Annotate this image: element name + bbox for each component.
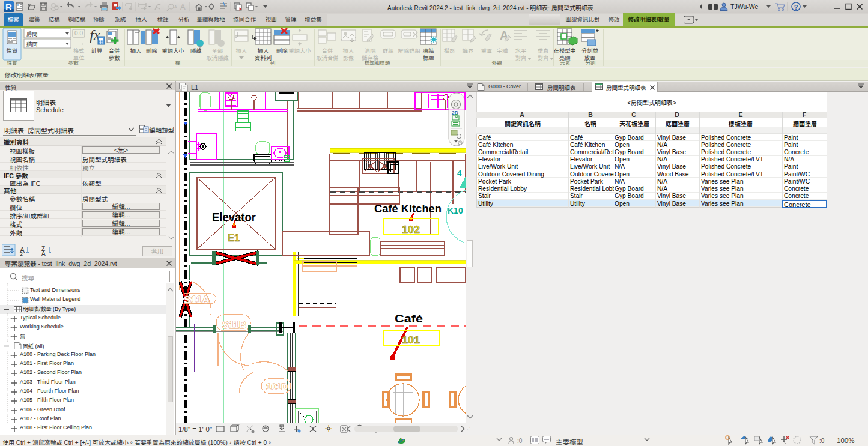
svg-text:A: A bbox=[180, 2, 186, 11]
svg-text:合併: 合併 bbox=[109, 48, 120, 54]
svg-text:Elevator: Elevator bbox=[212, 210, 256, 224]
svg-text:0.0: 0.0 bbox=[74, 30, 83, 37]
svg-text:刪除: 刪除 bbox=[276, 48, 288, 54]
svg-text:?: ? bbox=[794, 4, 798, 11]
svg-text:性質: 性質 bbox=[7, 48, 18, 54]
svg-text:A: A bbox=[174, 5, 177, 9]
svg-text:102: 102 bbox=[402, 225, 420, 235]
svg-text:標題: 標題 bbox=[423, 55, 434, 61]
svg-text:計算: 計算 bbox=[91, 47, 103, 54]
svg-text:重置: 重置 bbox=[481, 48, 493, 54]
svg-text:房間: 房間 bbox=[26, 31, 38, 37]
svg-text:水平: 水平 bbox=[515, 48, 527, 54]
svg-text:清除: 清除 bbox=[365, 48, 376, 54]
svg-text:字體: 字體 bbox=[497, 48, 508, 54]
svg-text:TJWu-We: TJWu-We bbox=[730, 3, 758, 10]
svg-text:解除群組: 解除群組 bbox=[398, 48, 420, 54]
svg-text:E1: E1 bbox=[228, 232, 240, 244]
svg-text:分割並: 分割並 bbox=[581, 47, 598, 54]
svg-text:K10: K10 bbox=[448, 206, 463, 215]
svg-text:2: 2 bbox=[20, 251, 23, 256]
svg-text:101: 101 bbox=[402, 335, 420, 345]
svg-text:重調大小: 重調大小 bbox=[288, 48, 311, 54]
svg-text:隱藏: 隱藏 bbox=[190, 48, 202, 54]
svg-text:合併: 合併 bbox=[322, 48, 333, 54]
svg-text:插入: 插入 bbox=[343, 48, 354, 54]
svg-text:重調大小: 重調大小 bbox=[162, 48, 184, 54]
svg-text:Café: Café bbox=[395, 312, 423, 325]
svg-text:插入: 插入 bbox=[258, 48, 269, 54]
svg-text:插入: 插入 bbox=[130, 48, 142, 54]
svg-text:描影: 描影 bbox=[444, 48, 455, 54]
svg-text::0: :0 bbox=[819, 438, 825, 444]
svg-text:S11A: S11A bbox=[184, 295, 210, 305]
svg-text::0: :0 bbox=[517, 438, 523, 444]
svg-text:垂直: 垂直 bbox=[538, 48, 549, 54]
svg-text:格式: 格式 bbox=[73, 48, 85, 54]
svg-text:A: A bbox=[41, 250, 46, 256]
svg-text:S11B: S11B bbox=[222, 320, 246, 330]
svg-text:全部: 全部 bbox=[212, 48, 223, 54]
svg-text:刪除: 刪除 bbox=[146, 48, 157, 54]
svg-text:取消合併: 取消合併 bbox=[316, 55, 338, 61]
svg-text:在模型中: 在模型中 bbox=[553, 47, 575, 54]
svg-text:4: 4 bbox=[457, 169, 462, 178]
svg-text:群組: 群組 bbox=[383, 48, 394, 54]
svg-text:R: R bbox=[5, 2, 12, 12]
svg-text:101D: 101D bbox=[266, 381, 288, 391]
svg-text:插入: 插入 bbox=[236, 48, 247, 54]
svg-text:凍結: 凍結 bbox=[423, 47, 434, 54]
svg-text:參數: 參數 bbox=[109, 55, 120, 61]
svg-text:邊界: 邊界 bbox=[463, 48, 474, 54]
svg-text:牆面...: 牆面... bbox=[26, 41, 42, 47]
svg-text:Café Kitchen: Café Kitchen bbox=[374, 202, 442, 215]
